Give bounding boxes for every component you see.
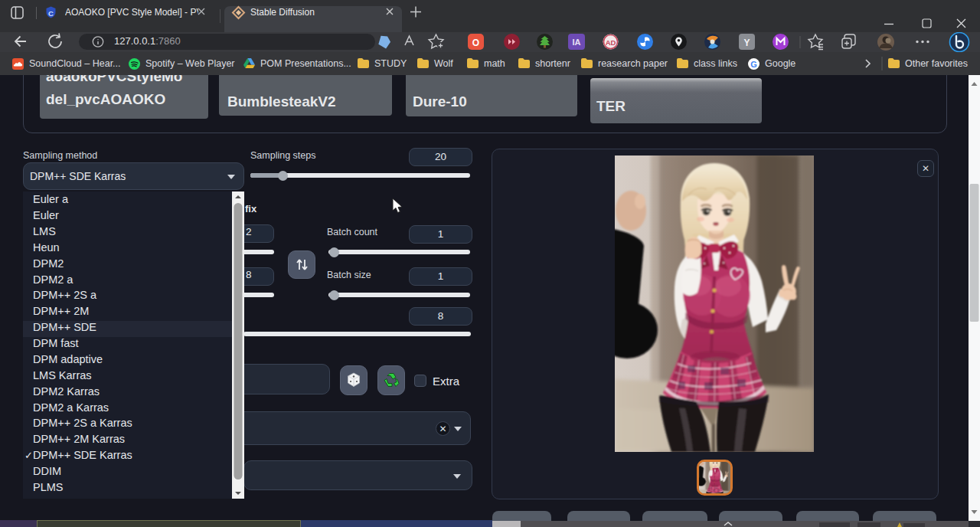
svg-text:IA: IA [573, 38, 581, 47]
svg-text:C: C [48, 9, 54, 18]
svg-text:Y: Y [743, 38, 750, 48]
svg-text:AD: AD [606, 38, 616, 47]
svg-text:G: G [750, 60, 757, 69]
svg-text:O: O [472, 38, 479, 48]
